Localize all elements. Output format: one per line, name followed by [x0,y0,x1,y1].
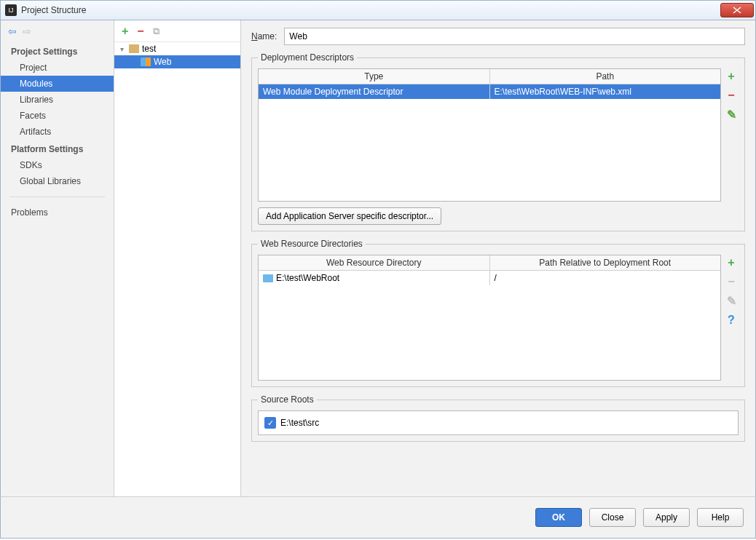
deployment-legend: Deployment Descriptors [258,52,357,63]
folder-icon [263,274,273,282]
app-icon: IJ [5,4,17,16]
webres-remove-icon: − [728,275,734,288]
deploy-edit-icon[interactable]: ✎ [727,108,736,122]
tree-root[interactable]: ▾ test [114,42,240,55]
source-checkbox[interactable]: ✓ [264,417,276,429]
deployment-descriptors-group: Deployment Descriptors Type Path Web Mod… [251,52,745,231]
copy-icon[interactable]: ⧉ [153,25,160,37]
webres-help-icon[interactable]: ? [728,314,735,327]
window-title: Project Structure [21,5,720,15]
back-icon[interactable]: ⇦ [8,25,17,37]
deploy-remove-icon[interactable]: − [728,89,734,102]
deployment-table[interactable]: Type Path Web Module Deployment Descript… [258,68,721,202]
section-project-settings: Project Settings [1,42,114,60]
cell-type: Web Module Deployment Descriptor [259,84,490,99]
nav-problems[interactable]: Problems [1,205,114,221]
add-icon[interactable]: + [122,25,128,38]
remove-icon[interactable]: − [137,25,143,38]
tree-web-facet[interactable]: Web [114,55,240,68]
col-webres-path: Path Relative to Deployment Root [490,255,721,270]
separator [9,196,105,197]
nav-artifacts[interactable]: Artifacts [1,124,114,140]
deployment-row[interactable]: Web Module Deployment Descriptor E:\test… [259,84,720,99]
close-button[interactable]: Close [589,508,636,527]
forward-icon: ⇨ [23,25,31,37]
webres-table[interactable]: Web Resource Directory Path Relative to … [258,255,721,381]
apply-button[interactable]: Apply [643,508,690,527]
webres-legend: Web Resource Directories [258,239,366,249]
deploy-add-icon[interactable]: + [728,70,734,83]
cell-webres-dir: E:\test\WebRoot [259,271,490,285]
source-legend: Source Roots [258,394,317,405]
cell-path: E:\test\WebRoot\WEB-INF\web.xml [490,84,721,99]
webres-row[interactable]: E:\test\WebRoot / [259,271,720,285]
col-path: Path [490,69,721,84]
close-window-button[interactable] [720,3,754,17]
module-icon [129,44,139,53]
section-platform-settings: Platform Settings [1,140,114,157]
webres-edit-icon: ✎ [727,294,736,308]
col-webres-dir: Web Resource Directory [259,255,490,270]
add-server-descriptor-button[interactable]: Add Application Server specific descript… [258,207,441,225]
content-panel: Name: Deployment Descriptors Type Path W… [241,20,755,496]
ok-button[interactable]: OK [535,508,582,527]
titlebar: IJ Project Structure [0,0,756,20]
nav-sdks[interactable]: SDKs [1,157,114,173]
web-resource-group: Web Resource Directories Web Resource Di… [251,239,745,387]
col-type: Type [259,69,490,84]
web-facet-icon [141,57,151,66]
nav-facets[interactable]: Facets [1,108,114,124]
source-roots-group: Source Roots ✓ E:\test\src [251,394,745,442]
source-path: E:\test\src [280,418,319,428]
expand-icon[interactable]: ▾ [117,45,126,53]
name-input[interactable] [284,28,745,45]
cell-webres-path: / [490,271,721,285]
nav-project[interactable]: Project [1,60,114,76]
settings-sidebar: ⇦ ⇨ Project Settings Project Modules Lib… [1,20,114,496]
help-button[interactable]: Help [697,508,744,527]
module-tree-panel: + − ⧉ ▾ test Web [114,20,241,496]
tree-root-label: test [142,44,156,54]
dialog-footer: OK Close Apply Help [0,496,756,539]
nav-libraries[interactable]: Libraries [1,92,114,108]
nav-global-libraries[interactable]: Global Libraries [1,173,114,189]
name-label: Name: [251,31,277,41]
tree-web-label: Web [154,57,171,67]
webres-add-icon[interactable]: + [728,256,734,269]
nav-modules[interactable]: Modules [1,76,114,92]
